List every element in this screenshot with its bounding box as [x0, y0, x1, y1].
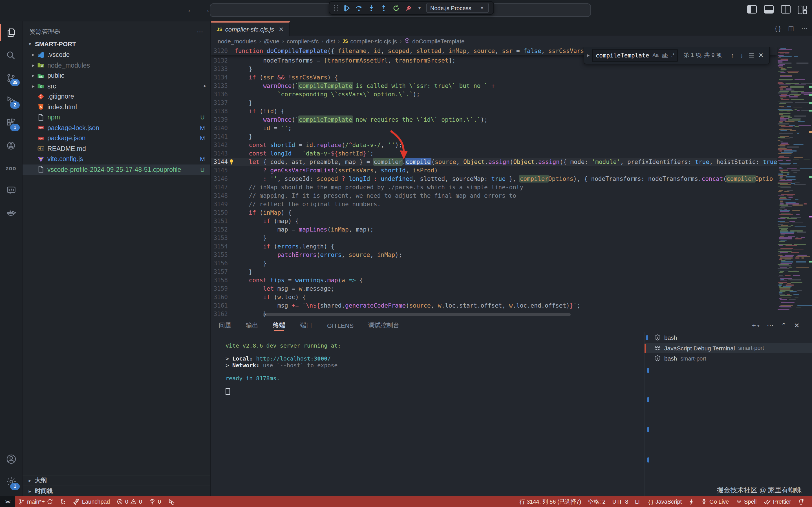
remote-indicator[interactable]: >< [0, 496, 15, 507]
account-activity-icon[interactable] [0, 448, 22, 470]
find-input[interactable]: compileTemplate Aa ab .* [592, 49, 678, 62]
code-line[interactable]: 3133 } [211, 65, 777, 73]
disconnect-icon[interactable] [404, 4, 413, 12]
code-line[interactable]: 3142 const shortId = id.replace(/^data-v… [211, 141, 777, 149]
find-expand-icon[interactable]: ▸ [585, 52, 592, 58]
drag-grip-icon[interactable] [334, 5, 338, 11]
code-line[interactable]: 3147 // inMap should be the map produced… [211, 183, 777, 191]
source-control-activity-icon[interactable]: 39 [0, 66, 22, 89]
panel-maximize-icon[interactable]: ⌃ [781, 321, 786, 329]
breadcrumb-item[interactable]: compiler-sfc [287, 38, 319, 45]
status-braces[interactable]: { }JavaScript [645, 496, 685, 507]
terminal-output[interactable]: vite v2.8.6 dev server running at: > Loc… [225, 342, 341, 395]
code-line[interactable]: 3149 // reflect the original line number… [211, 200, 777, 209]
file-row[interactable]: ▸JSnode_modules [22, 60, 210, 70]
breadcrumb-item[interactable]: doCompileTemplate [404, 38, 465, 45]
code-line[interactable]: 3161 msg += `\n${shared.generateCodeFram… [211, 301, 777, 310]
step-over-icon[interactable] [355, 4, 363, 12]
status-info-0[interactable]: 行 3144, 列 56 (已选择7) [516, 496, 585, 507]
code-line[interactable]: 3153 } [211, 234, 777, 242]
code-line[interactable]: 3148 // mapping. If it is present, we ne… [211, 191, 777, 200]
settings-activity-icon[interactable]: 1 [0, 470, 22, 493]
code-line[interactable]: 3158 const tips = warnings.map(w => { [211, 276, 777, 284]
file-row[interactable]: ▸public [22, 70, 210, 81]
status-tower[interactable]: Go Live [698, 496, 732, 507]
status-compare[interactable] [57, 496, 70, 507]
code-line[interactable]: 3155 patchErrors(errors, source, inMap); [211, 251, 777, 259]
status-thunder[interactable] [685, 496, 698, 507]
code-line[interactable]: 3143 const longId = `data-v-${shortId}`; [211, 149, 777, 158]
code-line[interactable]: 3156 } [211, 259, 777, 268]
code-line[interactable]: 3134 if (ssr && !ssrCssVars) { [211, 73, 777, 82]
code-line[interactable]: 3160 if (w.loc) { [211, 293, 777, 301]
status-debug-alt[interactable] [164, 496, 178, 507]
run-debug-activity-icon[interactable]: 2 [0, 89, 22, 112]
breadcrumb-item[interactable]: JScompiler-sfc.cjs.js [343, 38, 397, 45]
status-check[interactable]: Prettier [760, 496, 795, 507]
code-line[interactable]: 3144 let { code, ast, preamble, map } = … [211, 158, 777, 166]
find-close-icon[interactable]: ✕ [756, 52, 766, 59]
file-row[interactable]: 5index.html [22, 102, 210, 112]
match-case-icon[interactable]: Aa [652, 52, 659, 58]
code-line[interactable]: 3152 map = mapLines(inMap, map); [211, 225, 777, 234]
file-row[interactable]: README.md [22, 144, 210, 154]
breadcrumb-item[interactable]: node_modules [218, 38, 257, 45]
new-terminal-icon[interactable]: ＋▾ [751, 321, 760, 330]
toggle-sidebar-icon[interactable] [747, 5, 757, 13]
whole-word-icon[interactable]: ab [662, 52, 668, 58]
more-actions-icon[interactable]: ⋯ [801, 24, 808, 32]
file-row[interactable]: vscode-profile-2024-09-25-17-48-51.cpupr… [22, 164, 210, 175]
code-line[interactable]: 3145 ? genCssVarsFromList(ssrCssVars, sh… [211, 166, 777, 175]
minimap[interactable] [777, 47, 809, 318]
panel-tab-输出[interactable]: 输出 [246, 318, 258, 332]
code-line[interactable]: 3136 `corresponding \`cssVars\` option.\… [211, 90, 777, 99]
project-root-row[interactable]: ▾ SMART-PORT [22, 38, 210, 50]
step-out-icon[interactable] [379, 4, 388, 12]
code-line[interactable]: 3139 warnOnce(`compileTemplate now requi… [211, 115, 777, 124]
find-next-icon[interactable]: ↓ [737, 52, 747, 59]
status-info-3[interactable]: LF [631, 496, 645, 507]
code-line[interactable]: 3138 if (!id) { [211, 107, 777, 115]
panel-close-icon[interactable]: ✕ [794, 321, 800, 329]
code-editor[interactable]: 3120function doCompileTemplate({ filenam… [211, 47, 812, 318]
code-line[interactable]: 3135 warnOnce(`compileTemplate is called… [211, 82, 777, 90]
status-rocket[interactable]: Launchpad [70, 496, 113, 507]
code-line[interactable]: 3140 id = ''; [211, 124, 777, 132]
outline-section[interactable]: ▸ 大纲 [22, 475, 210, 486]
find-previous-icon[interactable]: ↑ [727, 52, 737, 59]
explorer-more-icon[interactable]: ⋯ [197, 28, 204, 35]
terminal-list-item[interactable]: $bashsmart-port [645, 353, 812, 363]
split-editor-icon[interactable]: ◫ [788, 24, 794, 32]
code-line[interactable]: 3137 } [211, 99, 777, 107]
find-in-selection-icon[interactable]: ☰ [747, 52, 756, 59]
panel-tab-问题[interactable]: 问题 [219, 318, 231, 332]
file-row[interactable]: ▸.vscode [22, 50, 210, 60]
search-activity-icon[interactable] [0, 44, 22, 66]
breadcrumb-item[interactable]: dist [326, 38, 335, 45]
status-bell[interactable] [795, 496, 808, 507]
code-line[interactable]: 3146 : '', scopeId: scoped ? longId : un… [211, 175, 777, 183]
explorer-activity-icon[interactable] [0, 21, 22, 44]
toggle-panel-icon[interactable] [764, 5, 774, 13]
file-row[interactable]: npmpackage-lock.jsonM [22, 122, 210, 133]
file-row[interactable]: .gitignore [22, 91, 210, 102]
customize-layout-icon[interactable] [798, 6, 806, 13]
status-info-2[interactable]: UTF-8 [609, 496, 632, 507]
braces-action-icon[interactable]: { } [775, 25, 781, 32]
file-row[interactable]: vite.config.jsM [22, 154, 210, 164]
restart-icon[interactable] [392, 4, 400, 12]
status-error[interactable]: 00 [113, 496, 146, 507]
status-info-1[interactable]: 空格: 2 [585, 496, 609, 507]
code-line[interactable]: 3157 } [211, 268, 777, 276]
disconnect-dropdown-icon[interactable]: ▾ [417, 5, 422, 10]
tab-compiler-sfc[interactable]: JS compiler-sfc.cjs.js ✕ [211, 21, 290, 36]
panel-more-icon[interactable]: ⋯ [767, 321, 774, 329]
code-line[interactable]: 3154 if (errors.length) { [211, 242, 777, 251]
step-into-icon[interactable] [367, 4, 375, 12]
regex-icon[interactable]: .* [671, 52, 674, 58]
terminal-list-item[interactable]: $bash [645, 332, 812, 343]
status-spell[interactable]: Spell [732, 496, 760, 507]
continue-icon[interactable] [342, 4, 351, 12]
file-row[interactable]: ▸⟨⟩src• [22, 81, 210, 91]
status-branch[interactable]: main*+ [15, 496, 57, 507]
